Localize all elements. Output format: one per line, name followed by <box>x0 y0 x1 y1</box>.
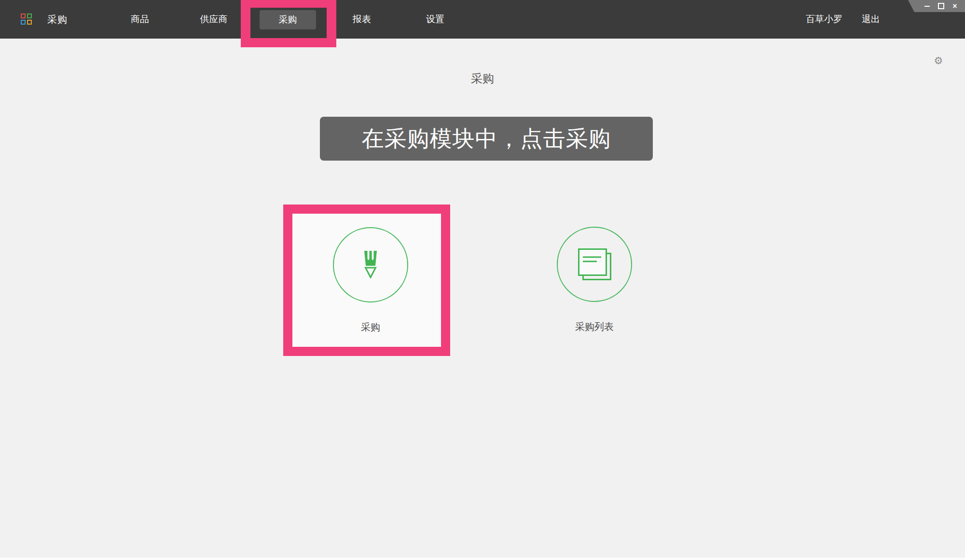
document-list-icon <box>578 248 611 280</box>
logo-square-blue <box>21 20 26 25</box>
window-bottom-edge <box>0 558 965 560</box>
minimize-button[interactable] <box>924 2 930 10</box>
minimize-icon <box>924 6 930 7</box>
purchase-circle <box>333 227 408 302</box>
top-navbar: 采购 商品 供应商 采购 报表 设置 百草小罗 退出 <box>0 0 965 39</box>
module-purchase-label: 采购 <box>322 321 419 334</box>
app-logo-icon[interactable] <box>21 14 33 26</box>
page-title: 采购 <box>0 71 965 86</box>
nav-item-settings[interactable]: 设置 <box>426 0 444 39</box>
logo-square-orange <box>27 20 32 25</box>
module-purchase-list-label: 采购列表 <box>546 320 643 333</box>
nav-item-suppliers[interactable]: 供应商 <box>200 0 228 39</box>
logout-button[interactable]: 退出 <box>862 0 880 39</box>
app-window: 采购 商品 供应商 采购 报表 设置 百草小罗 退出 × ⚙ 采购 在采购模块中… <box>0 0 965 560</box>
module-purchase[interactable]: 采购 <box>322 227 419 334</box>
nav-item-goods[interactable]: 商品 <box>131 0 149 39</box>
nav-item-reports[interactable]: 报表 <box>353 0 371 39</box>
nav-item-purchase-active[interactable]: 采购 <box>260 10 316 29</box>
close-button[interactable]: × <box>951 2 958 10</box>
purchase-list-circle <box>557 227 632 302</box>
window-controls: × <box>908 0 965 12</box>
pencil-icon <box>359 250 382 279</box>
module-purchase-list[interactable]: 采购列表 <box>546 227 643 333</box>
user-account-button[interactable]: 百草小罗 <box>806 0 842 39</box>
maximize-button[interactable] <box>937 2 944 10</box>
close-icon: × <box>952 2 957 10</box>
logo-square-green <box>27 14 32 18</box>
guide-tooltip: 在采购模块中，点击采购 <box>320 117 653 161</box>
app-brand-title: 采购 <box>47 0 68 39</box>
settings-gear-icon[interactable]: ⚙ <box>933 55 944 67</box>
logo-square-red <box>21 14 26 18</box>
maximize-icon <box>938 3 944 9</box>
